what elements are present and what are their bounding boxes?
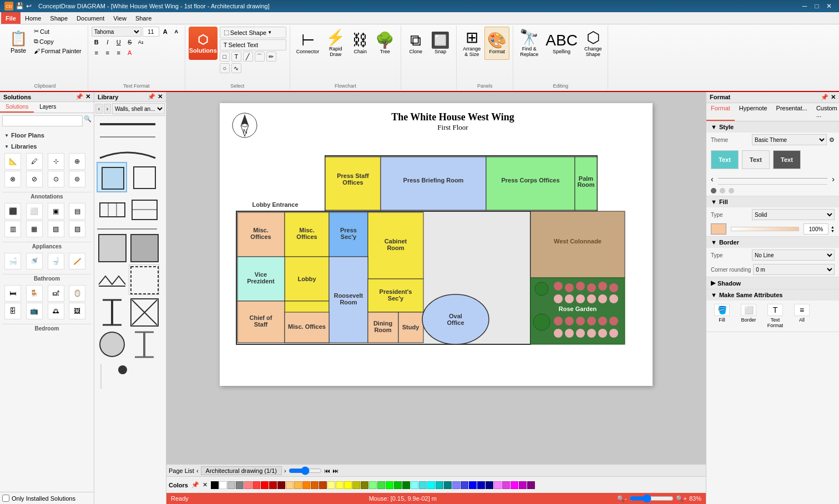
pin-format-icon[interactable]: 📌: [821, 94, 828, 101]
color-swatch[interactable]: [252, 481, 260, 489]
color-swatch[interactable]: [236, 481, 244, 489]
fill-type-select[interactable]: Solid: [752, 209, 835, 220]
page-list-next[interactable]: ›: [284, 467, 286, 474]
wall-shape-6[interactable]: [129, 232, 159, 263]
make-same-border[interactable]: ⬜ Border: [737, 304, 760, 328]
menu-shape[interactable]: Shape: [46, 12, 72, 24]
wall-shape-selected[interactable]: [97, 162, 127, 192]
color-swatch-black[interactable]: [211, 481, 219, 489]
theme-prev-icon[interactable]: ‹: [711, 175, 714, 184]
cut-button[interactable]: ✂ Cut: [31, 27, 84, 36]
wall-shape-i2[interactable]: [129, 329, 159, 359]
zoom-out-icon[interactable]: 🔍-: [617, 495, 627, 502]
paste-button[interactable]: 📋 Paste: [6, 27, 31, 57]
wall-shape-divider[interactable]: [97, 226, 158, 231]
text-color-button[interactable]: A: [125, 48, 135, 58]
lib-item[interactable]: ⊕: [69, 153, 85, 170]
line-tool[interactable]: ╱: [243, 52, 253, 62]
find-replace-button[interactable]: 🔭 Find &Replace: [517, 27, 542, 60]
make-same-text-format[interactable]: T TextFormat: [764, 304, 786, 328]
lib-item[interactable]: 🚿: [26, 253, 43, 269]
snap-button[interactable]: 🔲 Snap: [428, 27, 453, 60]
lib-item[interactable]: 🪑: [26, 285, 43, 302]
style-header[interactable]: ▼ Style: [706, 121, 839, 133]
color-swatch[interactable]: [286, 481, 294, 489]
color-swatch[interactable]: [294, 481, 302, 489]
color-swatch[interactable]: [269, 481, 277, 489]
opacity-down[interactable]: ▼: [831, 229, 835, 233]
lib-item[interactable]: 🪞: [69, 285, 85, 302]
color-swatch[interactable]: [369, 481, 377, 489]
lib-item[interactable]: ⊚: [69, 171, 85, 187]
wall-shape-zigzag[interactable]: [97, 264, 127, 295]
lib-item[interactable]: 🛋: [48, 285, 64, 302]
align-center-button[interactable]: ≡: [103, 48, 113, 58]
maximize-button[interactable]: □: [811, 1, 822, 11]
color-swatch[interactable]: [436, 481, 443, 489]
color-swatch[interactable]: [519, 481, 527, 489]
lib-item[interactable]: 📺: [26, 303, 43, 319]
close-button[interactable]: ✕: [823, 1, 835, 11]
italic-button[interactable]: I: [103, 37, 113, 47]
chain-button[interactable]: ⛓ Chain: [349, 27, 371, 60]
zoom-slider[interactable]: [629, 494, 674, 503]
lib-item[interactable]: ⬜: [26, 203, 43, 220]
menu-document[interactable]: Document: [72, 12, 109, 24]
lib-item[interactable]: ▧: [48, 221, 64, 237]
opacity-up[interactable]: ▲: [831, 225, 835, 229]
color-swatch[interactable]: [277, 481, 285, 489]
solutions-search-input[interactable]: [2, 115, 83, 126]
font-size-input[interactable]: [143, 27, 159, 37]
color-swatch[interactable]: [477, 481, 485, 489]
lib-item[interactable]: 🕰: [48, 303, 64, 319]
minimize-button[interactable]: ─: [799, 1, 810, 11]
lib-item[interactable]: ▤: [69, 203, 85, 220]
underline-button[interactable]: U: [114, 37, 124, 47]
color-swatch[interactable]: [377, 481, 385, 489]
rect-tool[interactable]: □: [220, 52, 230, 62]
lib-item[interactable]: 🗄: [4, 303, 21, 319]
close-library-icon[interactable]: ✕: [158, 93, 163, 100]
color-swatch[interactable]: [402, 481, 410, 489]
color-swatch[interactable]: [427, 481, 435, 489]
color-swatch[interactable]: [361, 481, 368, 489]
rapid-draw-button[interactable]: ⚡ RapidDraw: [323, 27, 348, 60]
connector-button[interactable]: ⊢ Connector: [294, 27, 322, 60]
wall-shape-i[interactable]: [97, 297, 127, 327]
shrink-font-button[interactable]: A: [171, 27, 181, 37]
color-swatch[interactable]: [494, 481, 502, 489]
lib-item[interactable]: ▨: [69, 221, 85, 237]
lib-back-button[interactable]: ‹: [95, 104, 103, 114]
swatch-1[interactable]: Text: [711, 150, 739, 169]
color-swatch[interactable]: [327, 481, 335, 489]
lib-forward-button[interactable]: ›: [104, 104, 111, 114]
solutions-tab[interactable]: Solutions: [0, 102, 34, 113]
lib-item[interactable]: ⊘: [26, 171, 43, 187]
lib-item[interactable]: ⊹: [48, 153, 64, 170]
ellipse-tool[interactable]: ○: [220, 63, 230, 73]
font-family-select[interactable]: Tahoma: [92, 27, 141, 37]
color-swatch[interactable]: [344, 481, 352, 489]
lib-item[interactable]: 🪥: [69, 253, 85, 269]
wall-shape-dashed[interactable]: [129, 264, 159, 295]
page-nav-first[interactable]: ⏮: [324, 467, 330, 474]
select-text-button[interactable]: T Select Text: [220, 39, 286, 50]
floor-plans-section[interactable]: ▼ Floor Plans: [2, 131, 92, 140]
tree-button[interactable]: 🌳 Tree: [372, 27, 397, 60]
color-swatch[interactable]: [311, 481, 319, 489]
format-tab-presentat[interactable]: Presentat...: [772, 103, 812, 121]
theme-settings-icon[interactable]: ⚙: [829, 136, 835, 144]
format-ribbon-button[interactable]: 🎨 Format: [484, 27, 509, 60]
border-header[interactable]: ▼ Border: [706, 237, 839, 248]
swatch-2[interactable]: Text: [742, 150, 770, 169]
menu-home[interactable]: Home: [21, 12, 46, 24]
solutions-button[interactable]: ⬡ Solutions: [189, 27, 218, 60]
pin-colors-icon[interactable]: 📌: [191, 481, 199, 488]
pin-library-icon[interactable]: 📌: [148, 93, 155, 100]
subscript-button[interactable]: A₂: [136, 37, 146, 47]
lib-item[interactable]: ▥: [4, 221, 21, 237]
lib-item[interactable]: 🛏: [4, 285, 21, 302]
quick-access-undo[interactable]: ↩: [26, 2, 32, 10]
wall-shape-4[interactable]: [129, 194, 159, 225]
menu-view[interactable]: View: [109, 12, 131, 24]
